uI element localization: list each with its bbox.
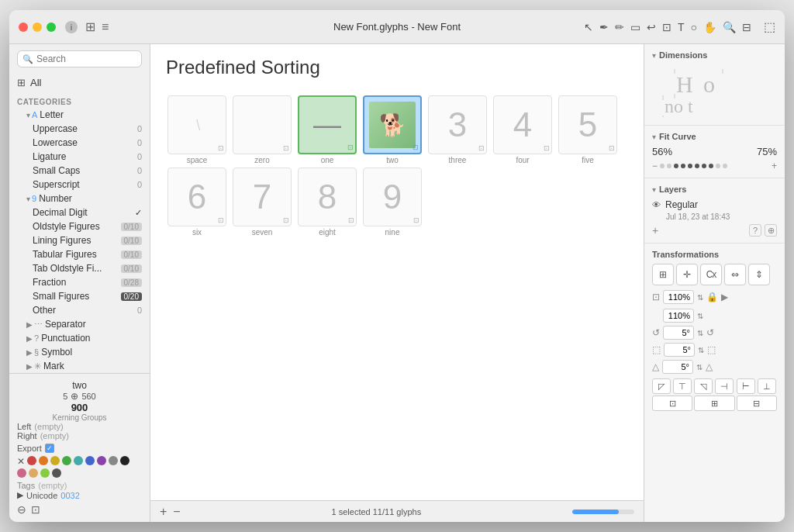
fit-curve-collapse[interactable]: ▾: [652, 133, 656, 141]
menu-button[interactable]: ≡: [102, 20, 109, 34]
trans-paste[interactable]: ⊞: [694, 396, 734, 411]
sidebar-item-lining[interactable]: Lining Figures 0/10: [9, 233, 150, 247]
fit-dot-5[interactable]: [688, 164, 692, 168]
transform-flip-v[interactable]: ⇕: [748, 264, 770, 285]
layer-regular-row[interactable]: 👁 Regular: [652, 197, 777, 212]
text-tool[interactable]: T: [678, 21, 685, 33]
remove-glyph-button[interactable]: −: [173, 505, 180, 519]
cursor-tool[interactable]: ↖: [584, 21, 593, 33]
sidebar-item-ligature[interactable]: Ligature 0: [9, 150, 150, 164]
trans-align-rb[interactable]: ⊢: [737, 378, 755, 394]
color-gray[interactable]: [109, 456, 118, 465]
scale-x-input[interactable]: [663, 290, 694, 304]
fit-dot-8[interactable]: [709, 164, 713, 168]
info-button[interactable]: i: [65, 21, 78, 33]
color-red[interactable]: [27, 456, 36, 465]
layers-collapse[interactable]: ▾: [652, 185, 656, 194]
glyph-cell-space[interactable]: ╲ ⊡ space: [166, 95, 228, 164]
glyph-cell-four[interactable]: 4 ⊡ four: [492, 95, 554, 164]
glyph-box-three[interactable]: 3 ⊡: [428, 95, 487, 154]
skew-arrows[interactable]: ⇅: [696, 363, 703, 371]
hand-tool[interactable]: ✋: [703, 21, 716, 33]
trans-align-tr[interactable]: ◹: [694, 378, 713, 394]
sidebar-item-mark[interactable]: ▶ ✳ Mark: [9, 359, 150, 373]
sidebar-item-fraction[interactable]: Fraction 0/28: [9, 275, 150, 289]
sidebar-item-number[interactable]: ▾ 9 Number: [9, 192, 150, 206]
eye-icon[interactable]: 👁: [652, 200, 661, 209]
sidebar-item-tabular[interactable]: Tabular Figures 0/10: [9, 247, 150, 261]
color-teal[interactable]: [74, 456, 83, 465]
color-dark-gray[interactable]: [52, 468, 61, 478]
glyph-cell-eight[interactable]: 8 ⊡ eight: [296, 168, 358, 237]
sidebar-item-punctuation[interactable]: ▶ ? Punctuation: [9, 331, 150, 345]
trans-copy[interactable]: ⊡: [652, 396, 692, 411]
add-action[interactable]: ⊡: [31, 503, 40, 516]
pen-tool[interactable]: ✒: [599, 21, 609, 33]
layers-icon-1[interactable]: ?: [749, 224, 761, 237]
glyph-cell-seven[interactable]: 7 ⊡ seven: [231, 168, 293, 237]
fit-dot-6[interactable]: [695, 164, 699, 168]
layers-icon-2[interactable]: ⊕: [765, 224, 777, 237]
glyph-box-eight[interactable]: 8 ⊡: [298, 168, 357, 226]
glyph-cell-three[interactable]: 3 ⊡ three: [426, 95, 488, 164]
fit-dot-2[interactable]: [667, 164, 671, 168]
lock-icon[interactable]: 🔒: [706, 292, 718, 302]
panels-toggle[interactable]: ⬚: [764, 19, 775, 34]
scale-y-input[interactable]: [663, 309, 694, 323]
scale-y-arrows[interactable]: ⇅: [697, 312, 703, 320]
fit-dot-1[interactable]: [660, 164, 665, 168]
rotate-arrows1[interactable]: ⇅: [697, 329, 703, 337]
glyph-box-space[interactable]: ╲ ⊡: [167, 95, 226, 154]
search-input[interactable]: [36, 54, 136, 64]
dimensions-collapse[interactable]: ▾: [652, 51, 656, 60]
sidebar-item-superscript[interactable]: Superscript 0: [9, 178, 150, 192]
trans-align-rt[interactable]: ⊣: [715, 378, 734, 394]
glyph-cell-two[interactable]: ⊡ two: [361, 95, 423, 164]
sidebar-item-symbol[interactable]: ▶ § Symbol: [9, 345, 150, 359]
color-lime[interactable]: [40, 468, 50, 478]
glyph-box-six[interactable]: 6 ⊡: [167, 168, 226, 226]
search-tool[interactable]: 🔍: [723, 21, 736, 33]
sidebar-item-letter[interactable]: ▾ A Letter: [9, 108, 150, 122]
color-purple[interactable]: [97, 456, 106, 465]
fullscreen-button[interactable]: [47, 22, 56, 32]
sidebar-item-all[interactable]: ⊞ All: [9, 74, 150, 92]
fit-dot-4[interactable]: [681, 164, 685, 168]
color-blue[interactable]: [85, 456, 95, 465]
transform-flip-h[interactable]: ⇔: [724, 264, 746, 285]
fit-dot-10[interactable]: [723, 164, 727, 168]
pencil-tool[interactable]: ✏: [615, 21, 624, 33]
glyph-box-zero[interactable]: ⊡: [233, 95, 292, 154]
rotate-arrows2[interactable]: ⇅: [698, 346, 704, 354]
trans-align-tc[interactable]: ⊤: [673, 378, 692, 394]
sidebar-item-small-figures[interactable]: Small Figures 0/20: [9, 289, 150, 303]
grid-view-button[interactable]: ⊞: [85, 19, 95, 34]
transform-select[interactable]: ⊞: [652, 264, 674, 285]
minus-tool[interactable]: ⊟: [742, 21, 751, 33]
layers-add-button[interactable]: +: [652, 224, 658, 237]
glyph-cell-five[interactable]: 5 ⊡ five: [557, 95, 619, 164]
color-dark[interactable]: [120, 456, 129, 465]
minimize-button[interactable]: [33, 22, 42, 32]
glyph-box-nine[interactable]: 9 ⊡: [363, 168, 422, 226]
glyph-cell-zero[interactable]: ⊡ zero: [231, 95, 293, 164]
color-yellow[interactable]: [50, 456, 60, 465]
undo-tool[interactable]: ↩: [647, 21, 656, 33]
color-green[interactable]: [62, 456, 71, 465]
skew-input[interactable]: [662, 360, 693, 374]
sidebar-item-uppercase[interactable]: Uppercase 0: [9, 122, 150, 136]
sidebar-item-tab-oldstyle[interactable]: Tab Oldstyle Fi... 0/10: [9, 261, 150, 275]
glyph-cell-nine[interactable]: 9 ⊡ nine: [361, 168, 423, 237]
export-checkbox[interactable]: ✓: [45, 444, 54, 453]
glyph-box-one[interactable]: — ⊡: [298, 95, 357, 154]
sidebar-item-separator[interactable]: ▶ ⋯ Separator: [9, 317, 150, 331]
circle-tool[interactable]: ○: [691, 21, 697, 33]
sidebar-item-lowercase[interactable]: Lowercase 0: [9, 136, 150, 150]
color-light-orange[interactable]: [29, 468, 38, 478]
fit-minus[interactable]: −: [652, 161, 658, 171]
subtract-action[interactable]: ⊖: [17, 503, 26, 516]
sidebar-item-oldstyle[interactable]: Oldstyle Figures 0/10: [9, 219, 150, 233]
color-orange[interactable]: [39, 456, 48, 465]
glyph-box-four[interactable]: 4 ⊡: [493, 95, 552, 154]
search-box[interactable]: 🔍: [17, 50, 142, 67]
